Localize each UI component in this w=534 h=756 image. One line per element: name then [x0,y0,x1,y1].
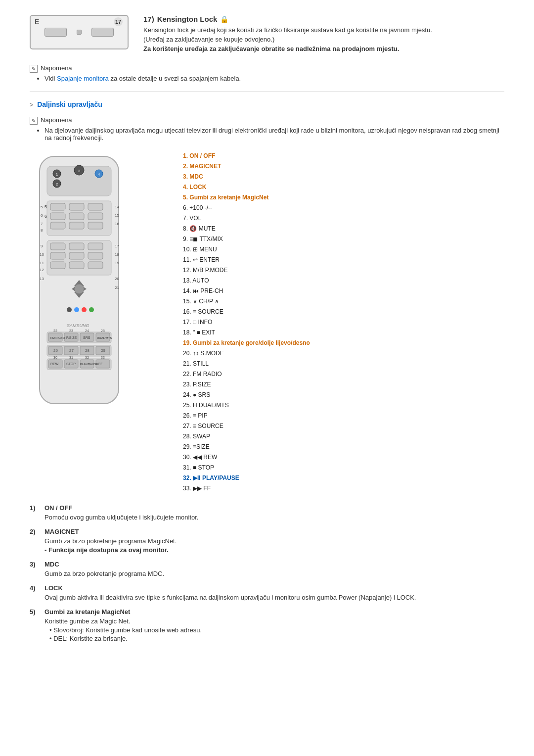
note2-bullet: Na djelovanje daljinskog upravljača mogu… [44,127,504,142]
svg-text:29: 29 [101,348,105,353]
legend-list: 1. ON / OFF2. MAGICNET3. MDC4. LOCK5. Gu… [183,151,504,493]
legend-item: 15. ∨ CH/P ∧ [183,297,504,306]
desc-num: 1) [30,504,40,512]
svg-text:32: 32 [85,356,89,359]
kensington-desc2: (Uređaj za zaključavanje se kupuje odvoj… [143,36,504,43]
legend-item: 20. ↑↕ S.MODE [183,349,504,358]
svg-text:18: 18 [115,252,119,257]
svg-text:25: 25 [101,329,105,332]
legend-item: 14. ⏮ PRE-CH [183,286,504,295]
desc-title: 4)LOCK [30,584,504,592]
svg-text:1: 1 [56,172,58,177]
desc-title: 1)ON / OFF [30,504,504,512]
kensington-desc3: Za korištenje uređaja za zaključavanje o… [143,45,504,52]
remote-image: 1 3 4 2 5 6 5 6 7 8 [30,151,168,494]
svg-rect-13 [88,203,103,210]
svg-text:30: 30 [53,356,57,359]
desc-title-text: MDC [44,561,59,568]
svg-text:FM RADIO: FM RADIO [50,336,65,339]
nav-link[interactable]: Daljinski upravljaču [37,100,102,108]
svg-rect-12 [69,203,84,210]
legend-item: 29. ≡SIZE [183,442,504,451]
svg-text:8: 8 [41,228,43,233]
desc-title-text: MAGICNET [44,528,79,535]
slot-middle [77,30,82,35]
desc-text: Gumb za brzo pokretanje programa MagicNe… [44,537,504,545]
legend-item: 31. ■ STOP [183,463,504,472]
kensington-desc1: Kensington lock je uređaj koji se korist… [143,26,504,34]
remote-section: 1 3 4 2 5 6 5 6 7 8 [30,151,504,494]
svg-text:15: 15 [115,213,119,218]
svg-text:P.SIZE: P.SIZE [66,336,77,339]
legend-item: 2. MAGICNET [183,162,504,171]
svg-text:20: 20 [115,277,119,281]
legend-item: 9. ≡◼ TTX/MIX [183,235,504,243]
svg-rect-32 [88,243,103,250]
svg-text:SAMSUNG: SAMSUNG [67,323,89,328]
svg-text:28: 28 [85,348,89,353]
svg-text:SRS: SRS [83,336,90,339]
legend-item: 23. P.SIZE [183,380,504,389]
note1-list: Vidi Spajanje monitora za ostale detalje… [44,75,504,82]
desc-bold-line: - Funkcija nije dostupna za ovaj monitor… [44,546,504,554]
legend-item: 28. SWAP [183,432,504,441]
desc-sub-bullet: Slovo/broj: Koristite gumbe kad unosite … [49,626,504,634]
desc-text: Ovaj gumb aktivira ili deaktivira sve ti… [44,594,504,601]
svg-text:24: 24 [85,329,89,332]
desc-sub-bullets: Slovo/broj: Koristite gumbe kad unosite … [49,626,504,642]
desc-num: 3) [30,561,40,568]
note-icon-2: ✎ [30,117,38,125]
legend-item: 27. ≡ SOURCE [183,422,504,430]
remote-legend: 1. ON / OFF2. MAGICNET3. MDC4. LOCK5. Gu… [183,151,504,494]
legend-item: 5. Gumbi za kretanje MagicNet [183,193,504,202]
legend-item: 17. □ INFO [183,318,504,327]
svg-rect-36 [50,262,65,269]
nav-section: > Daljinski upravljaču [30,100,504,108]
desc-num: 2) [30,528,40,535]
descriptions-container: 1)ON / OFFPomoću ovog gumba uključujete … [30,504,504,642]
legend-item: 1. ON / OFF [183,151,504,160]
svg-text:7: 7 [41,222,43,226]
desc-section: 3)MDCGumb za brzo pokretanje programa MD… [30,561,504,577]
note-label-1: Napomena [41,64,72,72]
svg-text:31: 31 [69,356,73,359]
svg-text:DUAL/MTS: DUAL/MTS [97,336,112,339]
svg-text:19: 19 [115,261,119,265]
svg-rect-37 [69,262,84,269]
desc-section: 2)MAGICNETGumb za brzo pokretanje progra… [30,528,504,554]
spajanje-link[interactable]: Spajanje monitora [57,75,109,82]
desc-body: Gumb za brzo pokretanje programa MDC. [44,570,504,577]
legend-item: 10. ⊞ MENU [183,245,504,254]
legend-item: 30. ◀◀ REW [183,453,504,462]
kensington-description: 17) Kensington Lock 🔒 Kensington lock je… [143,15,504,54]
legend-item: 11. ↩ ENTER [183,255,504,264]
legend-item: 22. FM RADIO [183,370,504,378]
svg-text:10: 10 [40,252,44,257]
legend-item: 21. STILL [183,359,504,368]
svg-text:21: 21 [115,285,119,290]
legend-item: 13. AUTO [183,276,504,285]
desc-section: 4)LOCKOvaj gumb aktivira ili deaktivira … [30,584,504,601]
svg-point-54 [67,307,72,312]
item-num-17: 17 [114,17,123,26]
note-label-2: Napomena [41,116,72,124]
svg-text:14: 14 [115,205,119,209]
svg-text:12: 12 [40,268,44,272]
svg-rect-30 [50,243,65,250]
desc-title-text: ON / OFF [44,504,72,512]
device-slots [31,28,128,37]
svg-rect-11 [50,203,65,210]
lock-icon: 🔒 [220,15,228,23]
svg-rect-34 [69,252,84,259]
svg-rect-18 [69,222,84,229]
svg-rect-38 [88,262,103,269]
svg-text:5: 5 [44,204,47,209]
legend-item: 25. H DUAL/MTS [183,401,504,410]
legend-item: 4. LOCK [183,183,504,191]
kensington-title-text: Kensington Lock [157,15,218,23]
svg-text:6: 6 [41,213,43,218]
svg-rect-17 [50,222,65,229]
legend-item: 6. +100 -/-- [183,203,504,212]
desc-text: Gumb za brzo pokretanje programa MDC. [44,570,504,577]
device-label-e: E [35,18,39,26]
